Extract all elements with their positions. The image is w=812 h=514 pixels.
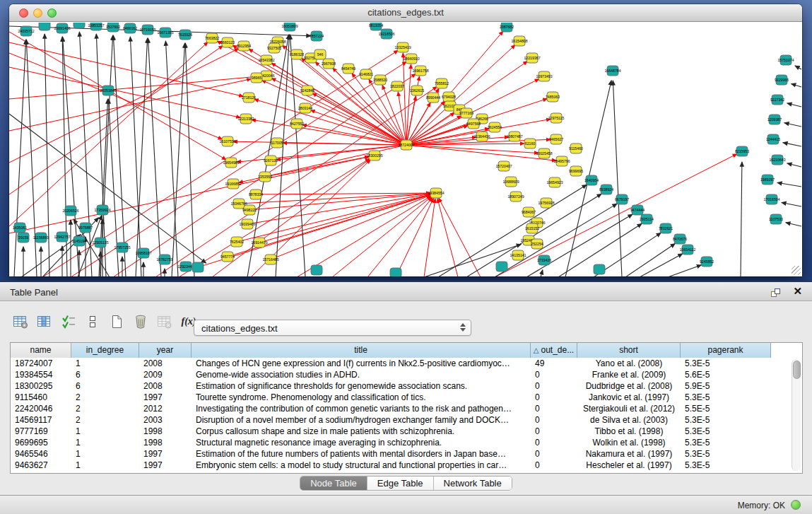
graph-edge[interactable] xyxy=(302,125,406,145)
table-row[interactable]: 1872400712008Changes of HCN gene express… xyxy=(11,358,802,369)
cell-title[interactable]: Estimation of significance thresholds fo… xyxy=(192,380,531,392)
cell-name[interactable]: 18724007 xyxy=(11,358,71,369)
graph-edge[interactable] xyxy=(795,66,801,69)
network-canvas[interactable]: 2403571223691406108532571527602646616210… xyxy=(9,23,802,276)
cell-out_de[interactable]: 0 xyxy=(531,460,577,471)
table-row[interactable]: 977716911998Corpus callosum shape and si… xyxy=(11,426,802,437)
cell-title[interactable]: Genome-wide association studies in ADHD. xyxy=(192,369,531,380)
graph-edge[interactable] xyxy=(784,123,801,127)
graph-edge[interactable] xyxy=(613,81,622,276)
cell-pagerank[interactable]: 5.3E-5 xyxy=(681,358,771,369)
graph-edge[interactable] xyxy=(741,162,742,276)
cell-short[interactable]: Jankovic et al. (1997) xyxy=(577,392,681,403)
cell-in_degree[interactable]: 1 xyxy=(71,426,139,437)
graph-edge[interactable] xyxy=(792,83,801,87)
cell-name[interactable]: 9465546 xyxy=(11,448,71,460)
table-row[interactable]: 1938455462009Genome-wide association stu… xyxy=(11,369,802,380)
close-panel-icon[interactable]: ✕ xyxy=(793,285,802,298)
memory-ok-indicator[interactable] xyxy=(791,500,801,510)
cell-year[interactable]: 1997 xyxy=(139,448,192,460)
graph-edge[interactable] xyxy=(283,143,406,145)
graph-node[interactable] xyxy=(311,265,322,275)
cell-pagerank[interactable]: 5.3E-5 xyxy=(681,426,771,437)
cell-title[interactable]: Tourette syndrome. Phenomenology and cla… xyxy=(192,392,531,403)
table-row[interactable]: 2242004622012Investigating the contribut… xyxy=(11,403,802,414)
graph-edge[interactable] xyxy=(787,103,801,107)
cell-pagerank[interactable]: 5.3E-5 xyxy=(681,437,771,448)
cell-out_de[interactable]: 0 xyxy=(531,448,577,460)
cell-name[interactable]: 18300295 xyxy=(11,380,71,392)
graph-edge[interactable] xyxy=(777,182,801,187)
table-selector-dropdown[interactable]: citations_edges.txt xyxy=(194,320,471,336)
table-row[interactable]: 946554611997Estimation of the future num… xyxy=(11,448,802,460)
network-graph[interactable]: 2403571223691406108532571527602646616210… xyxy=(9,23,802,276)
tab-node-table[interactable]: Node Table xyxy=(300,477,367,490)
cell-name[interactable]: 9463627 xyxy=(11,460,71,471)
cell-pagerank[interactable]: 5.5E-5 xyxy=(681,403,771,414)
select-all-icon[interactable] xyxy=(58,312,79,332)
cell-title[interactable]: Embryonic stem cells: a model to study s… xyxy=(192,460,531,471)
graph-edge[interactable] xyxy=(9,157,369,233)
graph-edge[interactable] xyxy=(439,198,481,276)
graph-edge[interactable] xyxy=(9,42,208,226)
graph-node[interactable] xyxy=(390,268,401,276)
cell-pagerank[interactable]: 5.6E-5 xyxy=(681,369,771,380)
table-row[interactable]: 969969511998Structural magnetic resonanc… xyxy=(11,437,802,448)
graph-edge[interactable] xyxy=(9,76,261,99)
graph-edge[interactable] xyxy=(783,143,801,146)
cell-title[interactable]: Disruption of a novel member of a sodium… xyxy=(192,414,531,426)
graph-edge[interactable] xyxy=(541,270,543,276)
table-scrollbar-thumb[interactable] xyxy=(793,361,801,379)
graph-edge[interactable] xyxy=(148,38,161,276)
cell-title[interactable]: Estimation of the future numbers of pati… xyxy=(192,448,531,460)
cell-year[interactable]: 2012 xyxy=(139,403,192,414)
delete-column-icon[interactable] xyxy=(130,312,151,332)
cell-out_de[interactable]: 0 xyxy=(531,437,577,448)
cell-title[interactable]: Investigating the contribution of common… xyxy=(192,403,531,414)
cell-out_de[interactable]: 0 xyxy=(531,414,577,426)
graph-edge[interactable] xyxy=(9,49,239,163)
graph-node[interactable] xyxy=(496,262,507,271)
cell-in_degree[interactable]: 2 xyxy=(71,414,139,426)
new-column-icon[interactable] xyxy=(106,312,127,332)
graph-node[interactable] xyxy=(39,23,50,30)
cell-short[interactable]: Yano et al. (2008) xyxy=(577,358,681,369)
graph-edge[interactable] xyxy=(437,199,458,276)
table-row[interactable]: 946362711997Embryonic stem cells: a mode… xyxy=(11,460,802,471)
float-panel-icon[interactable] xyxy=(770,287,781,298)
cell-name[interactable]: 9777169 xyxy=(11,426,71,437)
graph-edge[interactable] xyxy=(668,265,701,276)
cell-short[interactable]: de Silva et al. (2003) xyxy=(577,414,681,426)
cell-short[interactable]: Dudbridge et al. (2008) xyxy=(577,380,681,392)
column-header-pagerank[interactable]: pagerank xyxy=(681,343,771,358)
cell-name[interactable]: 14569117 xyxy=(11,414,71,426)
graph-node[interactable] xyxy=(192,262,204,272)
table-row[interactable]: 1456911722003Disruption of a novel membe… xyxy=(11,414,802,426)
window-titlebar[interactable]: citations_edges.txt xyxy=(9,4,802,22)
cell-title[interactable]: Changes of HCN gene expression and I(f) … xyxy=(192,358,531,369)
graph-edge[interactable] xyxy=(424,199,435,276)
cell-year[interactable]: 2008 xyxy=(139,358,192,369)
cell-year[interactable]: 2009 xyxy=(139,369,192,380)
cell-in_degree[interactable]: 6 xyxy=(71,369,139,380)
tab-edge-table[interactable]: Edge Table xyxy=(367,477,434,490)
cell-out_de[interactable]: 0 xyxy=(531,380,577,392)
graph-edge[interactable] xyxy=(172,43,185,276)
cell-pagerank[interactable]: 5.3E-5 xyxy=(681,392,771,403)
cell-name[interactable]: 9699695 xyxy=(11,437,71,448)
cell-short[interactable]: Stergiakouli et al. (2012) xyxy=(577,403,681,414)
cell-title[interactable]: Corpus callosum shape and size in male p… xyxy=(192,426,531,437)
cell-in_degree[interactable]: 1 xyxy=(71,460,139,471)
cell-in_degree[interactable]: 6 xyxy=(71,380,139,392)
graph-edge[interactable] xyxy=(786,223,801,226)
cell-in_degree[interactable]: 1 xyxy=(71,448,139,460)
cell-pagerank[interactable]: 5.9E-5 xyxy=(681,380,771,392)
table-row[interactable]: 1830029562008Estimation of significance … xyxy=(11,380,802,392)
table-rows-icon[interactable] xyxy=(82,312,103,332)
column-header-year[interactable]: year xyxy=(139,343,192,358)
cell-year[interactable]: 2003 xyxy=(139,414,192,426)
cell-pagerank[interactable]: 5.3E-5 xyxy=(681,460,771,471)
graph-edge[interactable] xyxy=(640,254,683,276)
window-resize-grip[interactable] xyxy=(792,266,801,275)
cell-name[interactable]: 22420046 xyxy=(11,403,71,414)
